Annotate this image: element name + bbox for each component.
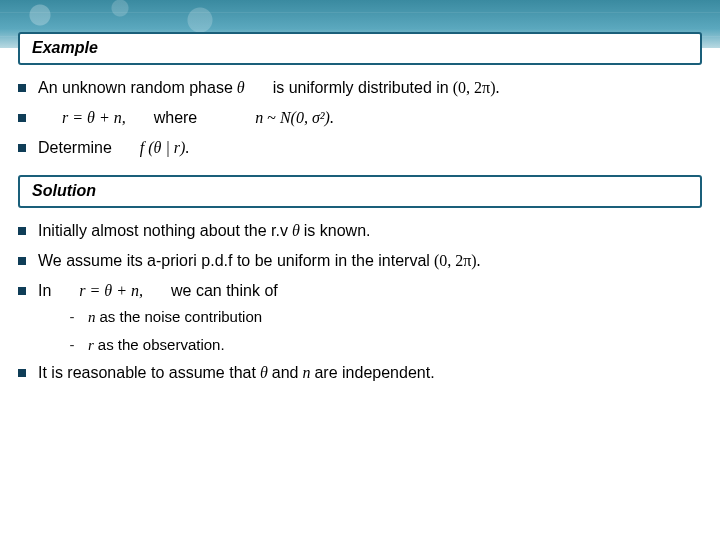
theta-symbol: θ <box>292 222 300 240</box>
theta-symbol: θ <box>260 364 268 382</box>
text: In <box>38 282 51 300</box>
problem-line-1: An unknown random phase θ is uniformly d… <box>18 79 702 97</box>
dash-icon: - <box>66 308 78 325</box>
bullet-icon <box>18 114 26 122</box>
solution-title: Solution <box>32 182 96 199</box>
text: where <box>154 109 198 127</box>
interval: (0, 2π). <box>453 79 500 97</box>
text: we can think of <box>171 282 278 300</box>
solution-line-1: Initially almost nothing about the r.v θ… <box>18 222 702 240</box>
theta-symbol: θ <box>237 79 245 97</box>
text: An unknown random phase <box>38 79 233 97</box>
solution-line-4: It is reasonable to assume that θ and n … <box>18 364 702 382</box>
solution-sub-2: - r as the observation. <box>66 336 702 354</box>
function: f (θ | r). <box>140 139 190 157</box>
bullet-icon <box>18 257 26 265</box>
tilde: ~ <box>267 109 276 127</box>
example-box: Example <box>18 32 702 65</box>
bullet-icon <box>18 227 26 235</box>
n-var: n <box>302 364 310 382</box>
interval: (0, 2π). <box>434 252 481 270</box>
bullet-icon <box>18 287 26 295</box>
solution-line-2: We assume its a-priori p.d.f to be unifo… <box>18 252 702 270</box>
problem-line-2: r = θ + n, where n ~ N(0, σ²). <box>18 109 702 127</box>
text: It is reasonable to assume that <box>38 364 256 382</box>
text: Initially almost nothing about the r.v <box>38 222 288 240</box>
bullet-icon <box>18 84 26 92</box>
slide-content: Example An unknown random phase θ is uni… <box>18 32 702 530</box>
equation: r = θ + n, <box>62 109 126 127</box>
text: We assume its a-priori p.d.f to be unifo… <box>38 252 430 270</box>
dash-icon: - <box>66 336 78 353</box>
example-title: Example <box>32 39 98 56</box>
solution-box: Solution <box>18 175 702 208</box>
r-var: r <box>88 337 94 354</box>
n-var: n <box>88 309 96 326</box>
distribution: N(0, σ²). <box>280 109 334 127</box>
text: as the observation. <box>98 336 225 353</box>
solution-sub-1: - n as the noise contribution <box>66 308 702 326</box>
text: as the noise contribution <box>100 308 263 325</box>
text: and <box>272 364 299 382</box>
n-var: n <box>255 109 263 127</box>
equation: r = θ + n, <box>79 282 143 300</box>
text: is uniformly distributed in <box>273 79 449 97</box>
solution-line-3: In r = θ + n, we can think of <box>18 282 702 300</box>
text: is known. <box>304 222 371 240</box>
problem-line-3: Determine f (θ | r). <box>18 139 702 157</box>
bullet-icon <box>18 369 26 377</box>
text: are independent. <box>314 364 434 382</box>
text: Determine <box>38 139 112 157</box>
bullet-icon <box>18 144 26 152</box>
